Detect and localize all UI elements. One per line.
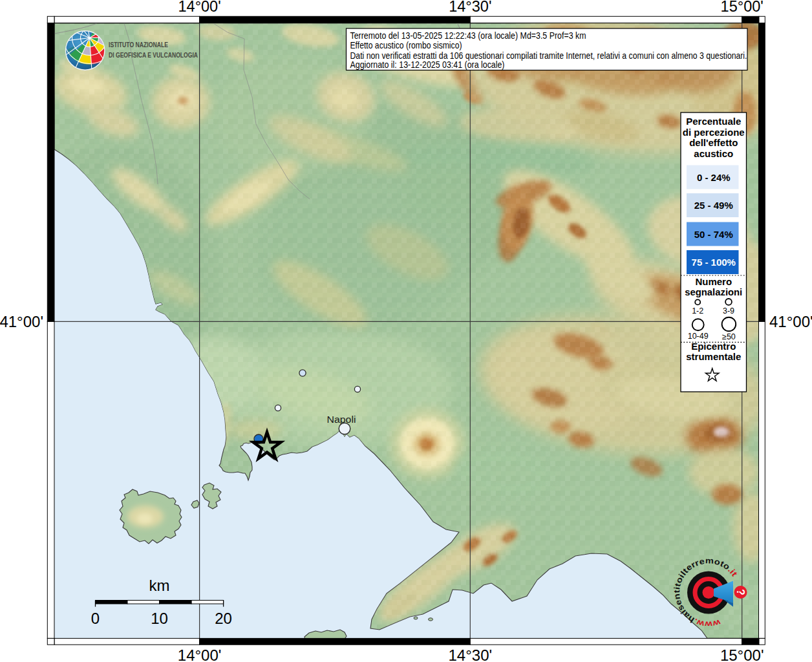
svg-text:15°00': 15°00' [720, 646, 764, 662]
svg-text:20: 20 [215, 610, 232, 627]
svg-text:dell'effetto: dell'effetto [689, 137, 738, 148]
svg-text:segnalazioni: segnalazioni [685, 286, 742, 297]
svg-text:km: km [149, 577, 170, 594]
svg-text:41°00': 41°00' [769, 313, 812, 330]
svg-text:Aggiornato il: 13-12-2025 03:4: Aggiornato il: 13-12-2025 03:41 (ora loc… [350, 59, 505, 70]
svg-text:di percezione: di percezione [683, 127, 745, 138]
svg-text:Percentuale: Percentuale [686, 116, 741, 127]
svg-text:10: 10 [151, 610, 168, 627]
svg-text:50 - 74%: 50 - 74% [694, 229, 733, 240]
svg-text:ISTITUTO NAZIONALE: ISTITUTO NAZIONALE [109, 41, 168, 48]
svg-text:1-2: 1-2 [692, 306, 703, 315]
svg-text:15°00': 15°00' [721, 0, 764, 15]
svg-text:Terremoto del 13-05-2025 12:22: Terremoto del 13-05-2025 12:22:43 (ora l… [350, 30, 586, 41]
svg-text:14°00': 14°00' [178, 646, 222, 662]
svg-text:acustico: acustico [694, 148, 733, 159]
svg-text:14°00': 14°00' [178, 0, 221, 15]
svg-text:0 - 24%: 0 - 24% [697, 172, 731, 183]
svg-text:25 - 49%: 25 - 49% [694, 200, 733, 211]
svg-text:14°30': 14°30' [449, 646, 493, 662]
svg-text:Napoli: Napoli [327, 415, 356, 425]
svg-text:strumentale: strumentale [686, 351, 741, 362]
svg-text:≥50: ≥50 [722, 332, 736, 341]
svg-text:14°30': 14°30' [449, 0, 491, 15]
svg-text:?: ? [735, 589, 746, 595]
svg-text:Epicentro: Epicentro [691, 341, 736, 352]
svg-text:3-9: 3-9 [723, 306, 734, 315]
svg-text:0: 0 [91, 610, 100, 627]
svg-text:DI GEOFISICA E VULCANOLOGIA: DI GEOFISICA E VULCANOLOGIA [109, 51, 198, 59]
svg-text:41°00': 41°00' [0, 313, 43, 330]
svg-text:10-49: 10-49 [688, 332, 709, 341]
svg-text:75 - 100%: 75 - 100% [692, 257, 736, 268]
svg-text:Effetto acustico (rombo sismic: Effetto acustico (rombo sismico) [350, 39, 462, 50]
svg-text:Numero: Numero [695, 276, 732, 287]
